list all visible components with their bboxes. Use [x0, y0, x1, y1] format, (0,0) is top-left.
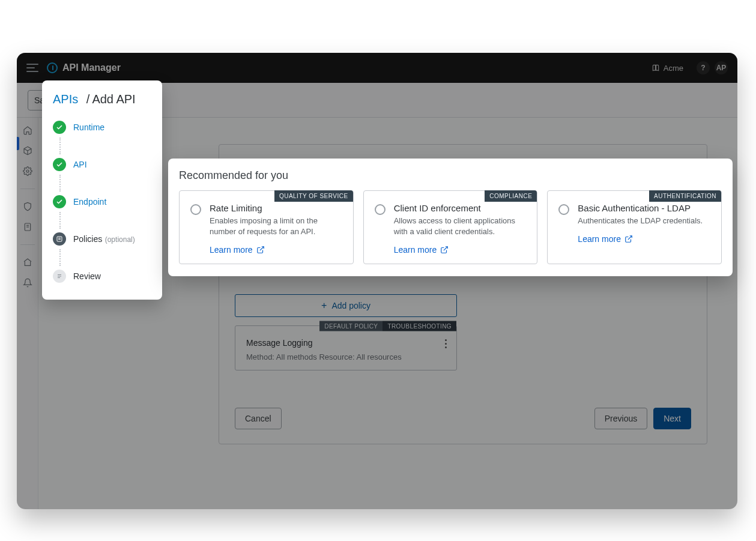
org-switcher[interactable]: Acme [652, 64, 683, 73]
check-icon [53, 195, 66, 208]
shield-icon[interactable] [22, 201, 33, 212]
breadcrumb-separator: / [82, 92, 92, 106]
svg-line-14 [628, 236, 632, 240]
tag-troubleshooting: TROUBLESHOOTING [383, 321, 456, 331]
add-policy-label: Add policy [331, 301, 370, 310]
plus-icon: + [321, 301, 327, 310]
reco-tag: QUALITY OF SERVICE [274, 190, 353, 202]
check-icon [53, 121, 66, 134]
nav-rail [17, 118, 38, 509]
add-policy-button[interactable]: + Add policy [235, 294, 457, 317]
applied-policy-name: Message Logging [246, 338, 447, 348]
step-runtime[interactable]: Runtime [53, 117, 151, 138]
policy-kebab-menu[interactable] [441, 339, 450, 348]
reco-card-desc: Allows access to client applications wit… [394, 216, 527, 237]
breadcrumb: APIs /Add API [53, 92, 151, 106]
svg-point-1 [26, 170, 29, 172]
recommended-title: Recommended for you [179, 169, 722, 182]
reco-card-title: Client ID enforcement [394, 203, 527, 213]
external-link-icon [440, 246, 449, 254]
tag-default-policy: DEFAULT POLICY [319, 321, 383, 331]
org-name: Acme [664, 64, 683, 73]
avatar[interactable]: AP [715, 61, 728, 74]
panel-footer: Cancel Previous Next [235, 384, 691, 429]
external-link-icon [624, 235, 633, 243]
gear-icon[interactable] [22, 166, 33, 177]
cube-icon[interactable] [22, 145, 33, 156]
next-button[interactable]: Next [653, 408, 691, 429]
reco-card-rate-limiting[interactable]: QUALITY OF SERVICE Rate Limiting Enables… [179, 190, 354, 264]
radio-input[interactable] [190, 204, 201, 215]
check-icon [53, 158, 66, 171]
home-alt-icon[interactable] [22, 257, 33, 268]
reco-card-title: Rate Limiting [210, 203, 342, 213]
help-button[interactable]: ? [697, 61, 710, 74]
app-title: API Manager [62, 62, 121, 73]
learn-more-link[interactable]: Learn more [210, 245, 265, 255]
rail-active-indicator [17, 137, 19, 150]
reco-card-desc: Enables imposing a limit on the number o… [210, 216, 342, 237]
external-link-icon [256, 246, 265, 254]
applied-policy-card[interactable]: DEFAULT POLICY TROUBLESHOOTING Message L… [235, 325, 457, 370]
reco-card-ldap[interactable]: AUTHENTIFICATION Basic Authentication - … [547, 190, 722, 264]
logo-icon [47, 62, 58, 73]
breadcrumb-current: Add API [92, 92, 135, 106]
step-api[interactable]: API [53, 154, 151, 175]
home-icon[interactable] [22, 125, 33, 136]
menu-icon[interactable] [26, 64, 38, 72]
step-policies[interactable]: Policies (optional) [53, 229, 151, 249]
reco-card-desc: Authenticates the LDAP credentials. [578, 216, 703, 226]
policy-tags: DEFAULT POLICY TROUBLESHOOTING [319, 321, 456, 331]
org-icon [652, 64, 660, 72]
reco-tag: AUTHENTIFICATION [649, 190, 721, 202]
previous-button[interactable]: Previous [594, 408, 647, 429]
policies-step-icon [53, 232, 66, 246]
radio-input[interactable] [558, 204, 569, 215]
wizard-steps-popover: APIs /Add API Runtime API Endpoint [42, 80, 162, 300]
reco-card-client-id[interactable]: COMPLIANCE Client ID enforcement Allows … [363, 190, 538, 264]
reco-card-title: Basic Authentication - LDAP [578, 203, 703, 213]
doc-icon[interactable] [22, 222, 33, 232]
learn-more-link[interactable]: Learn more [578, 234, 633, 244]
step-endpoint[interactable]: Endpoint [53, 192, 151, 212]
radio-input[interactable] [375, 204, 386, 215]
step-review[interactable]: Review [53, 266, 151, 286]
bell-icon[interactable] [22, 277, 33, 288]
svg-line-12 [259, 247, 263, 250]
reco-tag: COMPLIANCE [485, 190, 537, 202]
applied-policy-meta: Method: All methods Resource: All resour… [246, 352, 447, 361]
review-step-icon [53, 270, 66, 283]
recommended-panel: Recommended for you QUALITY OF SERVICE R… [168, 159, 733, 276]
cancel-button[interactable]: Cancel [235, 408, 282, 429]
breadcrumb-root[interactable]: APIs [53, 92, 78, 106]
learn-more-link[interactable]: Learn more [394, 245, 449, 255]
svg-line-13 [444, 247, 447, 250]
topbar: API Manager Acme ? AP [17, 53, 737, 83]
